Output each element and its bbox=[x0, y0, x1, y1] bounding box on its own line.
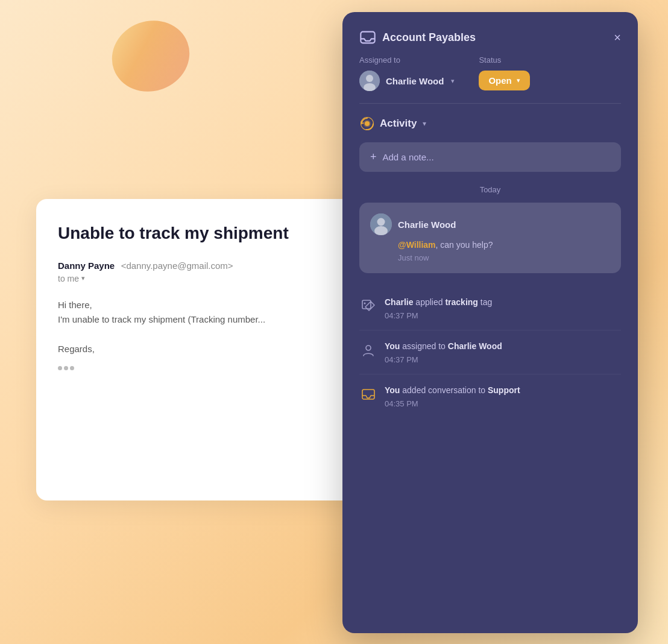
activity-chevron-icon: ▾ bbox=[423, 119, 426, 128]
inbox-icon bbox=[359, 29, 376, 46]
status-group: Status Open ▾ bbox=[479, 55, 529, 90]
log-item-inbox: You added conversation to Support 04:35 … bbox=[359, 374, 621, 418]
comment-mention: @William bbox=[398, 240, 436, 250]
log-content-tag: Charlie applied tracking tag 04:37 PM bbox=[385, 296, 621, 320]
from-email: <danny.payne@gmail.com> bbox=[121, 260, 233, 271]
log-item-assign: You assigned to Charlie Wood 04:37 PM bbox=[359, 330, 621, 374]
from-name: Danny Payne bbox=[58, 260, 115, 271]
activity-log: Charlie applied tracking tag 04:37 PM bbox=[359, 286, 621, 418]
panel-divider bbox=[359, 103, 621, 104]
avatar-image bbox=[359, 71, 380, 91]
log-actor-tag: Charlie bbox=[385, 297, 413, 307]
panel-title-group: Account Payables bbox=[359, 29, 476, 46]
add-note-bar[interactable]: + Add a note... bbox=[359, 142, 621, 172]
email-body-line1: Hi there, bbox=[58, 298, 352, 312]
email-card: Unable to track my shipment Danny Payne … bbox=[36, 199, 374, 500]
log-text-inbox: You added conversation to Support bbox=[385, 384, 621, 397]
comment-card: Charlie Wood @William, can you help? Jus… bbox=[359, 203, 621, 273]
comment-time: Just now bbox=[370, 253, 610, 262]
log-content-assign: You assigned to Charlie Wood 04:37 PM bbox=[385, 340, 621, 364]
comment-body: @William, can you help? bbox=[370, 240, 610, 250]
add-note-text: Add a note... bbox=[383, 152, 434, 162]
log-actor-inbox: You bbox=[385, 385, 400, 395]
svg-rect-12 bbox=[362, 300, 371, 309]
activity-header[interactable]: Activity ▾ bbox=[359, 116, 621, 131]
status-chevron-icon: ▾ bbox=[517, 77, 520, 84]
inbox-log-icon bbox=[359, 385, 377, 403]
gem-decoration bbox=[96, 11, 193, 95]
log-text-tag: Charlie applied tracking tag bbox=[385, 296, 621, 309]
main-panel: Account Payables × Assigned to Charlie W… bbox=[342, 12, 638, 633]
panel-header: Account Payables × bbox=[342, 12, 638, 55]
log-time-tag: 04:37 PM bbox=[385, 311, 621, 320]
comment-avatar bbox=[370, 213, 392, 235]
email-to: to me ▾ bbox=[58, 274, 352, 283]
svg-point-3 bbox=[366, 75, 373, 82]
log-content-inbox: You added conversation to Support 04:35 … bbox=[385, 384, 621, 408]
log-action-tag: applied bbox=[415, 297, 445, 307]
add-note-plus-icon: + bbox=[370, 151, 377, 163]
log-item-tag: Charlie applied tracking tag 04:37 PM bbox=[359, 286, 621, 330]
comment-avatar-image bbox=[370, 213, 392, 235]
to-me-chevron-icon: ▾ bbox=[81, 274, 85, 282]
dot1 bbox=[58, 366, 62, 370]
comment-author: Charlie Wood bbox=[398, 219, 456, 230]
svg-point-14 bbox=[366, 346, 371, 350]
panel-title: Account Payables bbox=[382, 31, 476, 44]
email-body: Hi there, I'm unable to track my shipmen… bbox=[58, 298, 352, 327]
log-action-assign: assigned to bbox=[402, 341, 448, 351]
assignee-chevron-icon: ▾ bbox=[451, 77, 455, 85]
to-me-label: to me bbox=[58, 274, 79, 283]
tag-icon bbox=[359, 297, 377, 315]
assigned-to-label: Assigned to bbox=[359, 55, 455, 65]
close-button[interactable]: × bbox=[614, 31, 621, 43]
log-text-assign: You assigned to Charlie Wood bbox=[385, 340, 621, 353]
log-time-assign: 04:37 PM bbox=[385, 355, 621, 364]
svg-point-8 bbox=[365, 121, 370, 126]
email-more[interactable] bbox=[58, 366, 352, 370]
status-label: Status bbox=[479, 55, 529, 65]
status-dropdown[interactable]: Open ▾ bbox=[479, 71, 529, 90]
log-action-inbox: added conversation to bbox=[402, 385, 488, 395]
log-time-inbox: 04:35 PM bbox=[385, 399, 621, 408]
activity-icon bbox=[359, 116, 375, 131]
person-icon bbox=[359, 341, 377, 359]
today-label: Today bbox=[359, 185, 621, 194]
svg-point-0 bbox=[102, 11, 193, 95]
log-bold-assign: Charlie Wood bbox=[448, 341, 502, 351]
log-bold-inbox: Support bbox=[488, 385, 520, 395]
email-from: Danny Payne <danny.payne@gmail.com> to m… bbox=[58, 260, 352, 283]
activity-label: Activity bbox=[380, 118, 417, 130]
comment-header: Charlie Wood bbox=[370, 213, 610, 235]
activity-section: Activity ▾ + Add a note... Today Charlie… bbox=[342, 116, 638, 418]
dot2 bbox=[64, 366, 68, 370]
svg-point-13 bbox=[364, 303, 366, 305]
comment-mention-text: , can you help? bbox=[436, 240, 493, 250]
log-suffix-tag: tag bbox=[481, 297, 492, 307]
log-actor-assign: You bbox=[385, 341, 400, 351]
panel-meta: Assigned to Charlie Wood ▾ Status Open ▾ bbox=[342, 55, 638, 103]
dot3 bbox=[70, 366, 74, 370]
assigned-to-group: Assigned to Charlie Wood ▾ bbox=[359, 55, 455, 91]
assignee-avatar bbox=[359, 71, 380, 91]
assignee-dropdown[interactable]: Charlie Wood ▾ bbox=[359, 71, 455, 91]
email-regards: Regards, bbox=[58, 344, 352, 354]
status-value: Open bbox=[488, 75, 511, 86]
email-subject: Unable to track my shipment bbox=[58, 223, 352, 244]
log-bold-tag: tracking bbox=[445, 297, 477, 307]
email-body-line2: I'm unable to track my shipment (Trackin… bbox=[58, 312, 352, 327]
assignee-name: Charlie Wood bbox=[386, 76, 444, 86]
svg-point-10 bbox=[377, 218, 385, 226]
